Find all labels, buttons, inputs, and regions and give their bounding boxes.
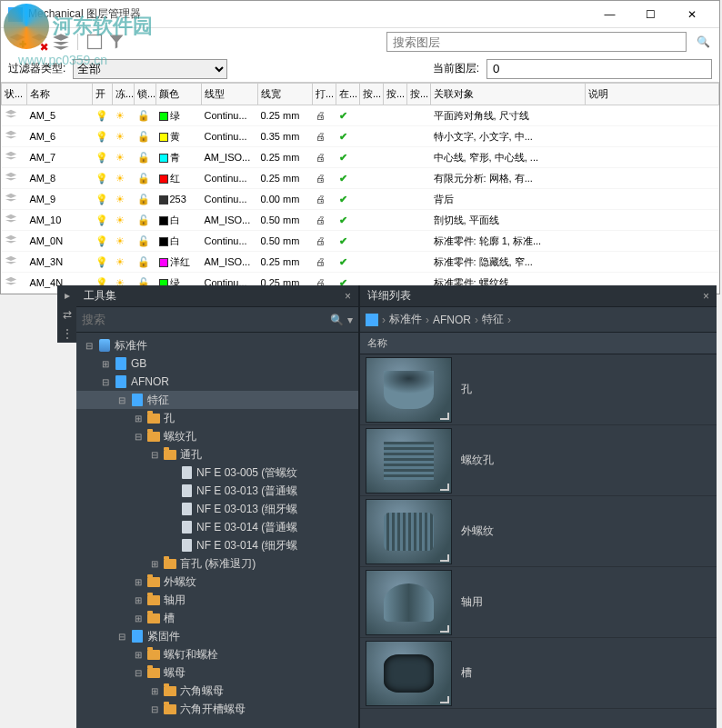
tree-toggle-icon[interactable]: ⊞ [149, 686, 160, 696]
sun-icon[interactable]: ☀ [115, 235, 125, 246]
maximize-button[interactable]: ☐ [630, 2, 671, 27]
bulb-icon[interactable]: 💡 [95, 173, 108, 184]
lock-icon[interactable]: 🔓 [137, 256, 150, 267]
tree-item[interactable]: ⊟特征 [76, 391, 358, 409]
layer-color[interactable]: 绿 [156, 105, 202, 126]
table-row[interactable]: AM_9💡☀🔓253Continu...0.00 mm🖨✔背后 [2, 189, 719, 210]
tree-toggle-icon[interactable] [165, 504, 176, 514]
check-icon[interactable]: ✔ [339, 152, 347, 163]
tree-toggle-icon[interactable]: ⊞ [149, 559, 160, 569]
table-row[interactable]: AM_5💡☀🔓绿Continu...0.25 mm🖨✔平面跨对角线, 尺寸线 [2, 105, 719, 126]
tree-toggle-icon[interactable] [165, 523, 176, 533]
tree-toggle-icon[interactable] [165, 486, 176, 496]
tree-item[interactable]: ⊟紧固件 [76, 627, 358, 645]
detail-item[interactable]: 孔 [360, 354, 717, 425]
col-name[interactable]: 名称 [27, 84, 93, 105]
dropdown-icon[interactable]: ▾ [347, 314, 353, 326]
tree-item[interactable]: ⊟通孔 [76, 445, 358, 464]
tree-item[interactable]: ⊟螺母 [76, 663, 358, 682]
col-desc[interactable]: 说明 [586, 84, 719, 105]
tree-toggle-icon[interactable]: ⊞ [133, 414, 144, 424]
bulb-icon[interactable]: 💡 [95, 152, 108, 163]
delete-layer-icon[interactable] [30, 33, 48, 51]
tree-item[interactable]: NF E 03-005 (管螺纹 [76, 464, 358, 482]
tree-toggle-icon[interactable]: ⊟ [116, 395, 127, 405]
print-icon[interactable]: 🖨 [316, 152, 326, 163]
table-row[interactable]: AM_3N💡☀🔓洋红AM_ISO...0.25 mm🖨✔标准零件: 隐藏线, 窄… [2, 252, 719, 273]
col-related[interactable]: 关联对象 [431, 84, 586, 105]
tree-item[interactable]: ⊞GB [76, 354, 358, 373]
col-by1[interactable]: 按... [360, 84, 384, 105]
layer-color[interactable]: 253 [156, 189, 202, 210]
bulb-icon[interactable]: 💡 [95, 256, 108, 267]
detail-item[interactable]: 螺纹孔 [360, 425, 717, 496]
tree-toggle-icon[interactable] [165, 468, 176, 478]
bulb-icon[interactable]: 💡 [95, 110, 108, 121]
layer-color[interactable]: 黄 [156, 126, 202, 147]
print-icon[interactable]: 🖨 [316, 173, 326, 184]
table-row[interactable]: AM_8💡☀🔓红Continu...0.25 mm🖨✔有限元分析: 网格, 有.… [2, 168, 719, 189]
layer-color[interactable]: 红 [156, 168, 202, 189]
table-row[interactable]: AM_10💡☀🔓白AM_ISO...0.50 mm🖨✔剖切线, 平面线 [2, 210, 719, 231]
print-icon[interactable]: 🖨 [316, 194, 326, 204]
print-icon[interactable]: 🖨 [316, 256, 326, 267]
bulb-icon[interactable]: 💡 [95, 214, 108, 225]
col-color[interactable]: 颜色 [156, 84, 202, 105]
side-tab-3[interactable]: ⋮ [57, 324, 76, 343]
check-icon[interactable]: ✔ [339, 214, 347, 225]
tree-toggle-icon[interactable]: ⊟ [149, 704, 160, 714]
tree-toggle-icon[interactable] [165, 541, 176, 551]
col-lock[interactable]: 锁... [135, 84, 156, 105]
sun-icon[interactable]: ☀ [115, 173, 125, 184]
layer-filter-icon[interactable] [107, 33, 125, 51]
layer-color[interactable]: 白 [156, 210, 202, 231]
crumb-2[interactable]: 特征 [482, 312, 504, 327]
tree-item[interactable]: ⊞外螺纹 [76, 573, 358, 591]
print-icon[interactable]: 🖨 [316, 235, 326, 246]
layer-props-icon[interactable] [52, 33, 70, 51]
lock-icon[interactable]: 🔓 [137, 173, 150, 184]
tree-item[interactable]: ⊞六角螺母 [76, 682, 358, 700]
bulb-icon[interactable]: 💡 [95, 194, 108, 204]
tree-toggle-icon[interactable]: ⊟ [116, 632, 127, 642]
check-icon[interactable]: ✔ [339, 256, 347, 267]
table-row[interactable]: AM_7💡☀🔓青AM_ISO...0.25 mm🖨✔中心线, 窄形, 中心线, … [2, 147, 719, 168]
tree-toggle-icon[interactable]: ⊟ [149, 450, 160, 460]
check-icon[interactable]: ✔ [339, 131, 347, 142]
crumb-1[interactable]: AFNOR [433, 314, 471, 326]
tree-item[interactable]: NF E 03-014 (细牙螺 [76, 536, 358, 554]
check-icon[interactable]: ✔ [339, 173, 347, 184]
bulb-icon[interactable]: 💡 [95, 131, 108, 142]
sun-icon[interactable]: ☀ [115, 131, 125, 142]
sun-icon[interactable]: ☀ [115, 214, 125, 225]
tree-toggle-icon[interactable]: ⊟ [100, 377, 111, 387]
sun-icon[interactable]: ☀ [115, 194, 125, 204]
layer-state-icon[interactable] [85, 33, 104, 51]
tree-toggle-icon[interactable]: ⊞ [133, 650, 144, 660]
lock-icon[interactable]: 🔓 [137, 214, 150, 225]
layer-color[interactable]: 洋红 [156, 252, 202, 273]
crumb-0[interactable]: 标准件 [389, 312, 422, 327]
lock-icon[interactable]: 🔓 [137, 152, 150, 163]
side-tab-2[interactable]: ⇄ [57, 304, 76, 324]
tree-item[interactable]: ⊞孔 [76, 409, 358, 427]
tree-item[interactable]: ⊟螺纹孔 [76, 427, 358, 445]
check-icon[interactable]: ✔ [339, 110, 347, 121]
col-status[interactable]: 状... [2, 84, 27, 105]
col-in[interactable]: 在... [336, 84, 360, 105]
detail-item[interactable]: 槽 [360, 638, 717, 709]
sun-icon[interactable]: ☀ [115, 110, 125, 121]
tree-item[interactable]: ⊟六角开槽螺母 [76, 700, 358, 718]
print-icon[interactable]: 🖨 [316, 131, 326, 142]
breadcrumb-root-icon[interactable] [366, 314, 378, 326]
lock-icon[interactable]: 🔓 [137, 235, 150, 246]
tree-toggle-icon[interactable]: ⊞ [133, 613, 144, 623]
tree-toggle-icon[interactable]: ⊞ [100, 359, 111, 369]
search-icon[interactable]: 🔍 [694, 33, 712, 51]
col-linetype[interactable]: 线型 [202, 84, 258, 105]
layer-search-input[interactable] [386, 32, 687, 52]
tool-search-input[interactable] [82, 311, 326, 329]
side-tab-1[interactable]: ▸ [57, 285, 76, 304]
tree-item[interactable]: ⊟AFNOR [76, 373, 358, 391]
tree-toggle-icon[interactable]: ⊞ [133, 595, 144, 605]
